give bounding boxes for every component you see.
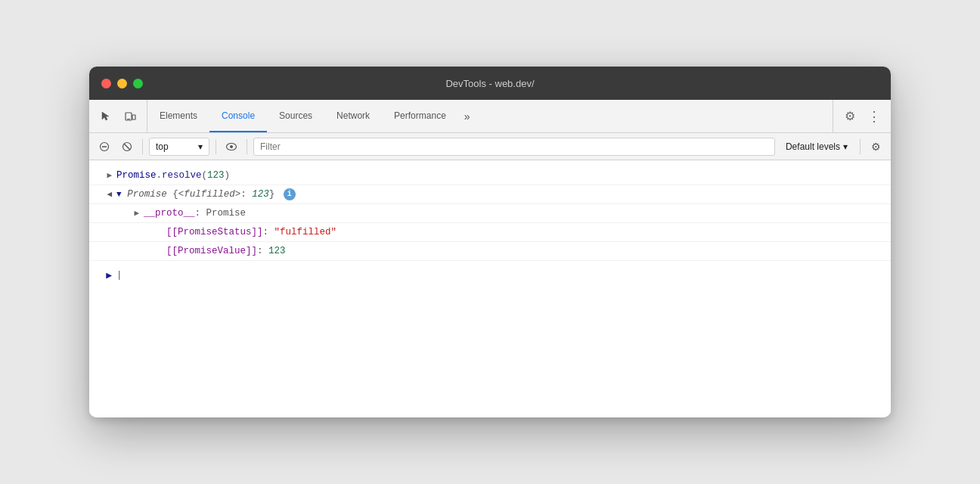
settings-button[interactable]: ⚙ xyxy=(839,106,861,127)
console-output-text: ▼ Promise {<fulfilled>: 123} i xyxy=(116,187,885,202)
eye-icon xyxy=(225,142,237,151)
default-levels-selector[interactable]: Default levels ▾ xyxy=(780,138,854,156)
tab-console[interactable]: Console xyxy=(209,100,267,132)
console-output-line-1: ◀ ▼ Promise {<fulfilled>: 123} i xyxy=(89,185,891,204)
tab-elements[interactable]: Elements xyxy=(147,100,209,132)
svg-line-6 xyxy=(124,144,130,150)
window-title: DevTools - web.dev/ xyxy=(445,78,534,89)
proto-text: __proto__: Promise xyxy=(144,206,885,221)
toolbar-actions: ⚙ ⋮ xyxy=(833,100,891,132)
maximize-button[interactable] xyxy=(133,79,143,88)
gutter-5 xyxy=(116,244,144,245)
tab-network[interactable]: Network xyxy=(324,100,382,132)
collapse-arrow[interactable]: ▶ xyxy=(107,169,112,183)
console-content: ▶ Promise.resolve(123) ◀ ▼ Promise {<ful… xyxy=(89,160,891,417)
devtools-window: DevTools - web.dev/ Elements xyxy=(89,67,891,417)
svg-rect-1 xyxy=(132,115,135,119)
minimize-button[interactable] xyxy=(117,79,127,88)
divider3 xyxy=(247,139,247,154)
context-selector[interactable]: top ▾ xyxy=(149,138,209,156)
back-arrow: ◀ xyxy=(107,188,112,202)
cursor-icon xyxy=(100,110,112,123)
block-icon xyxy=(122,141,132,152)
more-tabs-button[interactable]: » xyxy=(458,100,476,132)
console-expression: Promise.resolve(123) xyxy=(116,168,885,183)
expand-arrow[interactable]: ▼ xyxy=(116,190,122,199)
clear-console-button[interactable] xyxy=(95,138,113,156)
promise-status-text: [[PromiseStatus]]: "fulfilled" xyxy=(144,225,885,240)
filter-input[interactable] xyxy=(253,138,775,156)
more-options-button[interactable]: ⋮ xyxy=(864,106,885,127)
divider4 xyxy=(860,139,861,154)
proto-arrow[interactable]: ▶ xyxy=(134,207,139,221)
eye-button[interactable] xyxy=(222,138,240,156)
console-input-line-1: ▶ Promise.resolve(123) xyxy=(89,166,891,185)
console-proto-line: ▶ __proto__: Promise xyxy=(89,204,891,223)
inspect-element-button[interactable] xyxy=(95,106,116,127)
gutter-input: ▶ xyxy=(89,267,116,284)
gutter-3: ▶ xyxy=(116,206,144,221)
promise-value-line: [[PromiseValue]]: 123 xyxy=(89,242,891,261)
svg-point-8 xyxy=(230,145,233,148)
titlebar: DevTools - web.dev/ xyxy=(89,67,891,100)
console-toolbar: top ▾ Default levels ▾ ⚙ xyxy=(89,133,891,160)
info-badge[interactable]: i xyxy=(284,188,296,200)
gutter-2: ◀ xyxy=(89,187,116,202)
gutter-4 xyxy=(116,225,144,226)
clear-icon xyxy=(99,141,110,152)
tab-performance[interactable]: Performance xyxy=(382,100,458,132)
gutter: ▶ xyxy=(89,168,116,183)
divider2 xyxy=(216,139,216,154)
prompt-arrow: ▶ xyxy=(106,268,112,284)
promise-status-line: [[PromiseStatus]]: "fulfilled" xyxy=(89,223,891,242)
console-settings-button[interactable]: ⚙ xyxy=(867,138,885,156)
tab-sources[interactable]: Sources xyxy=(267,100,324,132)
toolbar-icons xyxy=(89,100,147,132)
close-button[interactable] xyxy=(101,79,111,88)
main-toolbar: Elements Console Sources Network Perform… xyxy=(89,100,891,133)
tabs-container: Elements Console Sources Network Perform… xyxy=(147,100,833,132)
filter-button[interactable] xyxy=(118,138,136,156)
console-repl-input[interactable]: ▶ xyxy=(89,261,891,287)
device-toggle-button[interactable] xyxy=(119,106,141,127)
repl-input-text[interactable] xyxy=(116,268,891,283)
traffic-lights xyxy=(101,79,143,88)
promise-value-text: [[PromiseValue]]: 123 xyxy=(144,244,885,259)
device-icon xyxy=(124,110,136,123)
divider xyxy=(142,139,143,154)
